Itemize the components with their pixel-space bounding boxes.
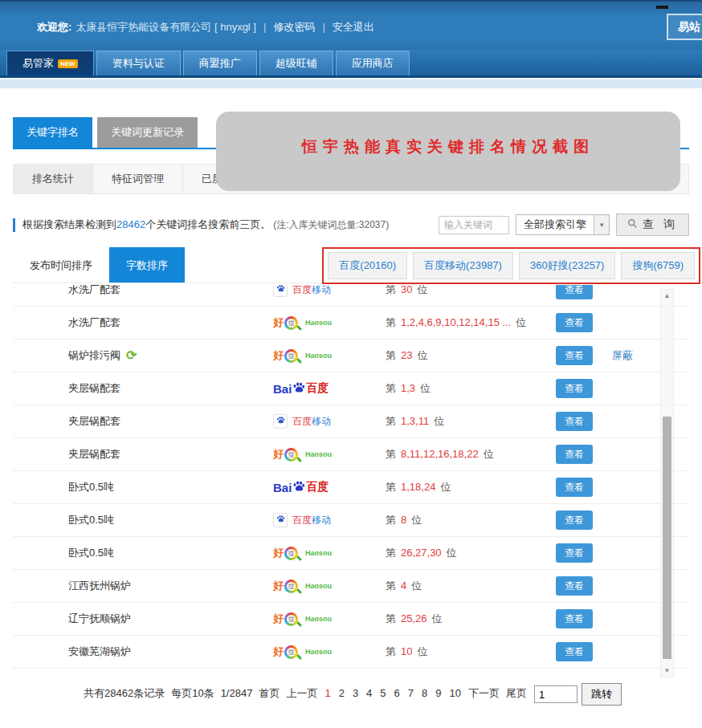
haosou-hao: 好 xyxy=(273,546,284,560)
page-number-link[interactable]: 5 xyxy=(380,687,386,699)
sub-tab[interactable]: 排名统计 xyxy=(14,165,93,193)
view-button[interactable]: 查看 xyxy=(556,642,593,661)
nav-tab[interactable]: 超级旺铺 xyxy=(259,51,333,75)
nav-tab[interactable]: 商盟推广 xyxy=(183,51,257,75)
haosou-ring-icon: 搜 xyxy=(284,448,298,462)
engine-filter-button[interactable]: 搜狗(6759) xyxy=(621,252,695,279)
haosou-hao: 好 xyxy=(273,348,284,363)
view-button[interactable]: 查看 xyxy=(556,346,593,365)
keyword-cell: 卧式0.5吨 xyxy=(68,546,273,560)
logout-link[interactable]: 安全退出 xyxy=(333,21,374,33)
main-tab[interactable]: 关键字排名 xyxy=(13,117,92,148)
jump-page-input[interactable] xyxy=(534,685,578,703)
rank-cell: 第4位 xyxy=(386,579,556,593)
page-number-link[interactable]: 1 xyxy=(324,687,330,699)
table-row: 夹层锅配套百度移动第1,3,11位查看 xyxy=(13,405,689,438)
action-cell: 查看 xyxy=(556,313,593,332)
view-button[interactable]: 查看 xyxy=(556,412,593,431)
next-page-link[interactable]: 下一页 xyxy=(468,687,500,699)
engine-cell: 好搜Haosou xyxy=(273,546,386,560)
view-button[interactable]: 查看 xyxy=(556,313,593,332)
action-cell: 查看 xyxy=(556,642,593,661)
engine-filter-button[interactable]: 百度移动(23987) xyxy=(413,252,513,279)
page-number-link[interactable]: 8 xyxy=(422,687,427,699)
table-row: 辽宁抚顺锅炉好搜Haosou第25,26位查看 xyxy=(13,603,689,636)
sub-tab[interactable]: 特征词管理 xyxy=(93,165,183,193)
page-number-link[interactable]: 7 xyxy=(408,687,414,699)
last-page-link[interactable]: 尾页 xyxy=(506,687,527,699)
sort-tab[interactable]: 字数排序 xyxy=(109,247,185,283)
rank-numbers: 26,27,30 xyxy=(401,547,442,559)
topbar-links: |修改密码|安全退出 xyxy=(256,21,374,33)
view-button[interactable]: 查看 xyxy=(556,478,593,497)
view-button[interactable]: 查看 xyxy=(556,510,593,530)
nav-tab-label: 商盟推广 xyxy=(199,56,241,71)
haosou-latin: Haosou xyxy=(305,319,332,327)
prev-page-link[interactable]: 上一页 xyxy=(286,687,317,699)
page-number-link[interactable]: 3 xyxy=(353,687,358,699)
baidu-mobile-badge-icon xyxy=(273,285,288,297)
refresh-icon: ⟳ xyxy=(126,349,137,362)
view-button[interactable]: 查看 xyxy=(556,609,593,628)
keyword-cell: 夹层锅配套 xyxy=(68,381,273,396)
baidu-mobile-badge-icon xyxy=(273,513,288,527)
rank-cell: 第1,3,11位 xyxy=(386,414,556,429)
rank-cell: 第30位 xyxy=(386,285,556,297)
baidu-paw-icon xyxy=(276,514,285,526)
action-cell: 查看 xyxy=(556,609,593,628)
scroll-up-icon[interactable]: ▲ xyxy=(661,292,673,299)
search-icon xyxy=(627,218,638,231)
keyword-search-input[interactable] xyxy=(439,216,509,234)
baidu-mobile-cn-blue: 移动 xyxy=(312,285,331,297)
summary-text: 根据搜索结果检测到28462个关键词排名搜索前三页。(注:入库关键词总量:320… xyxy=(22,218,389,232)
view-button[interactable]: 查看 xyxy=(556,543,593,563)
scrollbar-thumb[interactable] xyxy=(663,417,671,659)
table-row: 卧式0.5吨百度移动第8位查看 xyxy=(13,504,689,537)
engine-select[interactable]: 全部搜索引擎 ▼ xyxy=(516,214,610,235)
haosou-logo-icon: 好搜Haosou xyxy=(273,447,332,462)
engine-select-value: 全部搜索引擎 xyxy=(516,218,594,232)
rank-suffix: 位 xyxy=(417,349,427,361)
baidu-logo-icon: Bai百度 xyxy=(273,381,329,397)
chevron-down-icon[interactable]: ▼ xyxy=(594,215,609,234)
annotation-callout: 恒宇热能真实关键排名情况截图 xyxy=(216,112,680,191)
page-number-link[interactable]: 9 xyxy=(435,687,441,699)
jump-button[interactable]: 跳转 xyxy=(582,683,622,706)
rank-suffix: 位 xyxy=(420,382,431,394)
block-link[interactable]: 屏蔽 xyxy=(612,348,633,363)
baidu-mobile-badge-icon xyxy=(273,414,288,429)
action-cell: 查看 xyxy=(556,576,593,596)
rank-prefix: 第 xyxy=(386,481,396,493)
page-number-link[interactable]: 6 xyxy=(394,687,400,699)
first-page-link[interactable]: 首页 xyxy=(259,687,280,699)
nav-tab[interactable]: 易管家NEW xyxy=(6,51,94,75)
view-button[interactable]: 查看 xyxy=(556,576,593,596)
haosou-sou: 搜 xyxy=(287,615,296,624)
view-button[interactable]: 查看 xyxy=(556,285,593,299)
main-tab[interactable]: 关键词更新记录 xyxy=(97,117,198,148)
nav-tab[interactable]: 资料与认证 xyxy=(96,51,181,75)
scroll-down-icon[interactable]: ▼ xyxy=(661,667,673,674)
site-button[interactable]: 易站 xyxy=(667,14,702,40)
page-number-link[interactable]: 10 xyxy=(450,687,461,699)
baidu-mobile-cn-red: 百度 xyxy=(292,514,312,527)
change-password-link[interactable]: 修改密码 xyxy=(273,21,315,33)
nav-tab[interactable]: 应用商店 xyxy=(336,51,410,75)
engine-filter-button[interactable]: 百度(20160) xyxy=(328,252,407,279)
rank-suffix: 位 xyxy=(411,580,422,592)
haosou-latin: Haosou xyxy=(305,582,332,590)
sort-tab[interactable]: 发布时间排序 xyxy=(13,247,109,283)
view-button[interactable]: 查看 xyxy=(556,379,593,398)
new-badge: NEW xyxy=(58,59,78,68)
scrollbar[interactable]: ▲ ▼ xyxy=(660,289,674,677)
keyword-cell: 水洗厂配套 xyxy=(68,315,273,330)
page-number-link[interactable]: 2 xyxy=(339,687,345,699)
query-button[interactable]: 查 询 xyxy=(616,214,689,236)
page-number-link[interactable]: 4 xyxy=(366,687,372,699)
engine-filter-button[interactable]: 360好搜(23257) xyxy=(519,252,616,279)
baidu-mobile-cn-blue: 移动 xyxy=(312,415,331,429)
rank-prefix: 第 xyxy=(386,316,396,328)
keyword-text: 卧式0.5吨 xyxy=(68,513,114,527)
haosou-hao: 好 xyxy=(273,579,284,593)
view-button[interactable]: 查看 xyxy=(556,445,593,464)
